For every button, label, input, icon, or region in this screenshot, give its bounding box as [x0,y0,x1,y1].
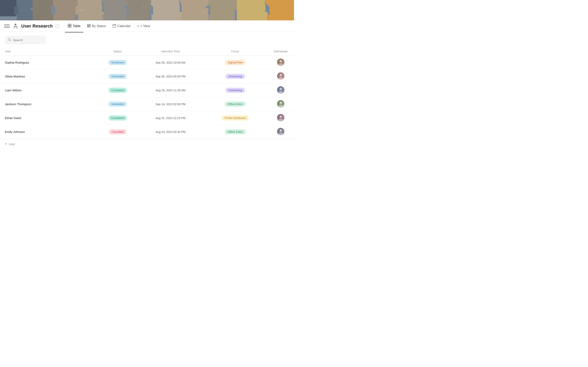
add-row-label: User [9,142,15,146]
cell-avatar-1 [268,69,294,83]
svg-point-26 [279,105,283,108]
info-button[interactable]: i [55,24,59,28]
add-row-icon: + [5,142,7,146]
table-row[interactable]: Emily Johnson Cancelled Aug 23, 2023 02:… [0,125,294,139]
svg-rect-12 [87,26,90,27]
by-status-icon [87,24,91,28]
table-icon [68,24,71,28]
svg-rect-6 [68,24,69,25]
cell-focus-2: Onboarding [203,83,268,97]
cell-avatar-5 [268,125,294,139]
svg-rect-13 [113,25,116,27]
cell-status-5: Cancelled [97,125,138,139]
table-row[interactable]: Liam Wilson Completed Aug 29, 2023 11:30… [0,83,294,97]
cell-status-1: Scheduled [97,69,138,83]
cell-focus-5: Offline Editor [203,125,268,139]
table-row[interactable]: Sophia Rodriguez Scheduled Sep 28, 2023 … [0,56,294,69]
table-row[interactable]: Jackson Thompson Scheduled Sep 14, 2023 … [0,97,294,111]
tab-calendar[interactable]: Calendar [110,22,134,30]
focus-badge: Signup Flow [225,60,245,65]
hero-banner [0,0,294,20]
search-input[interactable] [13,38,43,42]
cell-interview-time-5: Aug 23, 2023 02:30 PM [138,125,203,139]
add-row-button[interactable]: + User [0,139,294,149]
svg-rect-8 [68,26,69,27]
search-icon [8,38,11,42]
cell-avatar-2 [268,83,294,97]
svg-point-2 [143,6,143,7]
table-row[interactable]: Ethan Davis Completed Aug 31, 2023 12:15… [0,111,294,125]
cell-user-1: Olivia Martinez [0,69,97,83]
focus-badge: Profile Dashboard [222,115,249,120]
cell-interview-time-0: Sep 28, 2023 10:00 AM [138,56,203,69]
cell-avatar-4 [268,111,294,125]
table-row[interactable]: Olivia Martinez Scheduled Sep 06, 2023 0… [0,69,294,83]
calendar-icon [112,24,116,28]
avatar [277,128,285,135]
svg-point-27 [279,115,282,118]
cell-status-0: Scheduled [97,56,138,69]
cell-focus-0: Signup Flow [203,56,268,69]
avatar [277,86,285,94]
svg-rect-10 [87,24,90,25]
status-badge: Scheduled [108,101,127,107]
svg-point-24 [279,91,283,94]
status-badge: Cancelled [109,129,126,134]
status-badge: Scheduled [108,74,127,79]
svg-rect-11 [87,25,90,26]
svg-line-18 [10,40,11,41]
page-title: User Research [21,24,53,29]
search-bar [5,36,46,44]
svg-point-5 [15,24,16,25]
svg-point-23 [279,88,282,90]
cell-status-2: Completed [97,83,138,97]
cell-interview-time-1: Sep 06, 2023 05:00 PM [138,69,203,83]
svg-point-3 [204,12,205,13]
cell-focus-4: Profile Dashboard [203,111,268,125]
svg-point-29 [279,129,282,132]
column-header-focus[interactable]: Focus [203,47,268,56]
column-header-interviewer[interactable]: Interviewer [268,47,294,56]
cell-interview-time-2: Aug 29, 2023 11:30 AM [138,83,203,97]
app-icon [12,23,19,29]
column-header-interview-time[interactable]: Interview Time [138,47,203,56]
tab-by-status-label: By Status [92,24,106,28]
svg-point-28 [279,119,283,121]
cell-user-5: Emily Johnson [0,125,97,139]
svg-rect-9 [70,26,71,27]
status-badge: Scheduled [108,60,127,65]
focus-badge: Offline Editor [225,101,246,107]
tab-table[interactable]: Table [65,22,83,30]
svg-point-21 [279,74,282,76]
hamburger-menu[interactable] [4,23,10,29]
column-header-user[interactable]: User [0,47,97,56]
tab-by-status[interactable]: By Status [84,22,109,30]
svg-point-25 [279,101,282,104]
cell-user-2: Liam Wilson [0,83,97,97]
column-header-status[interactable]: Status [97,47,138,56]
svg-rect-7 [70,24,71,25]
add-view-button[interactable]: + + View [134,23,153,30]
cell-focus-1: Onboarding [203,69,268,83]
focus-badge: Onboarding [225,74,245,79]
tab-calendar-label: Calendar [117,24,131,28]
svg-point-4 [245,8,245,8]
cell-status-4: Completed [97,111,138,125]
add-view-label: + View [140,24,150,28]
data-table: User Status Interview Time Focus Intervi… [0,47,294,149]
tab-table-label: Table [73,24,80,28]
status-badge: Completed [108,88,127,93]
add-icon: + [137,24,139,28]
cell-user-0: Sophia Rodriguez [0,56,97,69]
svg-point-1 [81,9,82,11]
avatar [277,100,285,108]
cell-user-3: Jackson Thompson [0,97,97,111]
cell-interview-time-4: Aug 31, 2023 12:15 PM [138,111,203,125]
svg-point-22 [279,77,283,80]
cell-avatar-0 [268,56,294,69]
avatar [277,58,285,66]
cell-focus-3: Offline Editor [203,97,268,111]
cell-user-4: Ethan Davis [0,111,97,125]
svg-point-20 [279,63,283,66]
avatar [277,114,285,121]
